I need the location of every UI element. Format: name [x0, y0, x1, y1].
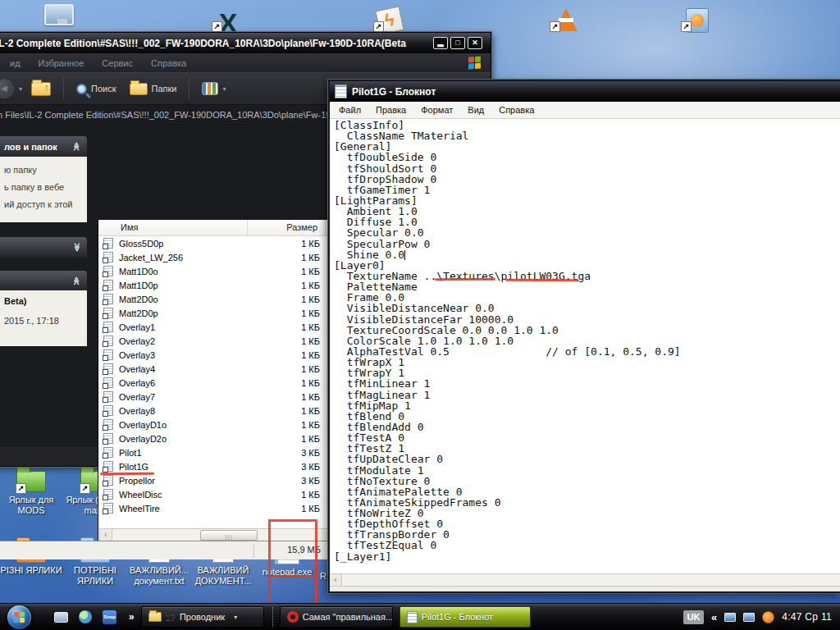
chevron-down-icon[interactable]: ≪: [71, 243, 80, 251]
task-link[interactable]: ь папку в вебе: [4, 182, 84, 192]
file-size: 1 КБ: [276, 322, 330, 332]
file-icon: [103, 475, 113, 486]
back-button[interactable]: ◄: [0, 79, 14, 98]
details-body: Beta) 2015 г., 17:18: [0, 290, 87, 346]
notepad-menubar: ФайлПравкаФорматВидСправка: [330, 102, 840, 119]
start-button[interactable]: [7, 605, 31, 629]
tray-chevron-icon[interactable]: «: [711, 611, 717, 623]
file-icon: [103, 461, 113, 472]
toolbar-separator: [189, 77, 189, 100]
browser-globe-icon[interactable]: [79, 610, 92, 623]
file-row[interactable]: Overlay1 1 КБ: [98, 320, 330, 334]
task-pane-header[interactable]: ≪: [0, 237, 87, 258]
horizontal-scrollbar[interactable]: ‹: [330, 573, 840, 587]
chevron-up-icon[interactable]: ≪: [71, 142, 80, 150]
file-row[interactable]: Pilot1G 3 КБ: [98, 459, 330, 473]
file-row[interactable]: Overlay8 1 КБ: [98, 404, 330, 418]
task-pane-header[interactable]: лов и папок ≪: [0, 136, 87, 157]
show-desktop-icon[interactable]: [54, 612, 68, 623]
opera-icon: [287, 611, 299, 623]
task-link[interactable]: ю папку: [4, 165, 84, 175]
code-line: [Layer0]: [334, 260, 840, 271]
menu-item[interactable]: Формат: [413, 105, 460, 115]
file-row[interactable]: Propellor 3 КБ: [98, 473, 330, 487]
views-button[interactable]: ▾: [198, 80, 230, 98]
snap-icon[interactable]: Snap: [103, 610, 116, 624]
file-row[interactable]: WheelTire 1 КБ: [98, 501, 330, 515]
code-line: AlphaTestVal 0.5 // of [0.1, 0.5, 0.9]: [334, 346, 840, 357]
file-row[interactable]: Overlay4 1 КБ: [98, 362, 330, 376]
file-row[interactable]: WheelDisc 1 КБ: [98, 487, 330, 501]
file-row[interactable]: Overlay3 1 КБ: [98, 348, 330, 362]
quick-launch-chevron-icon[interactable]: »: [129, 611, 135, 623]
code-line: tfBlendAdd 0: [334, 422, 840, 432]
file-row[interactable]: OverlayD1o 1 КБ: [98, 418, 330, 431]
menu-item[interactable]: Справка: [491, 105, 541, 115]
notepad-titlebar[interactable]: Pilot1G - Блокнот: [330, 81, 840, 102]
opera-orange-icon[interactable]: [762, 611, 774, 623]
menu-item[interactable]: Избранное: [30, 58, 94, 68]
desktop-icon[interactable]: Ярлык для MODS: [0, 464, 62, 516]
desktop-icon-winamp[interactable]: ϟ: [373, 2, 406, 34]
menu-item[interactable]: Сервис: [93, 58, 142, 68]
minimize-button[interactable]: ▂: [433, 37, 448, 49]
task-link[interactable]: ий доступ к этой: [4, 199, 84, 209]
file-name: Matt2D0o: [119, 294, 276, 304]
file-row[interactable]: Overlay2 1 КБ: [98, 334, 330, 348]
up-folder-icon: [31, 82, 51, 96]
chevron-up-icon[interactable]: ≪: [71, 276, 80, 285]
code-line: Specular 0.0: [334, 227, 840, 238]
search-button[interactable]: Поиск: [72, 81, 120, 97]
scroll-left-icon[interactable]: ‹: [100, 529, 112, 541]
task-button-notepad[interactable]: Pilot1G - Блокнот: [399, 606, 531, 628]
menu-item[interactable]: Справка: [142, 58, 195, 68]
column-header-name[interactable]: Имя: [98, 220, 248, 236]
close-button[interactable]: ✕: [468, 37, 482, 49]
network-monitor-icon[interactable]: [724, 613, 736, 622]
desktop-icon-display[interactable]: [43, 2, 75, 34]
up-folder-button[interactable]: [27, 80, 55, 98]
file-row[interactable]: Matt2D0p 1 КБ: [98, 306, 330, 320]
scrollbar-thumb[interactable]: |||: [200, 530, 258, 541]
desktop-icon-media-player[interactable]: [681, 2, 714, 34]
search-icon: [76, 84, 87, 94]
file-row[interactable]: Overlay7 1 КБ: [98, 390, 330, 404]
file-row[interactable]: Pilot1 3 КБ: [98, 445, 330, 459]
file-icon: [103, 419, 113, 430]
menu-item[interactable]: Файл: [331, 105, 368, 115]
file-icon: [103, 349, 113, 360]
desktop-icon-x-plugin[interactable]: X: [212, 2, 244, 34]
file-size: 1 КБ: [276, 378, 330, 388]
scroll-left-icon[interactable]: ‹: [330, 574, 342, 586]
file-row[interactable]: Matt1D0p 1 КБ: [98, 278, 330, 292]
task-button-opera[interactable]: Самая "правильная...: [280, 606, 393, 628]
notepad-text-area[interactable]: [ClassInfo] ClassName TMaterial[General]…: [330, 119, 840, 573]
file-row[interactable]: Matt1D0o 1 КБ: [98, 264, 330, 278]
folder-icon: [148, 612, 162, 622]
desktop-icon-vlc[interactable]: [550, 2, 582, 34]
menu-item[interactable]: Вид: [460, 105, 491, 115]
back-dropdown-icon[interactable]: ▾: [19, 85, 22, 93]
file-icon: [103, 433, 113, 444]
file-size: 1 КБ: [276, 434, 330, 444]
code-line: TextureCoordScale 0.0 0.0 1.0 1.0: [334, 325, 840, 336]
explorer-titlebar[interactable]: IL-2 Complete Edition\#SAS\!!!_002_FW-19…: [0, 33, 491, 53]
network-monitor-icon[interactable]: [743, 613, 755, 622]
file-row[interactable]: Overlay6 1 КБ: [98, 376, 330, 390]
language-indicator[interactable]: UK: [683, 610, 704, 624]
menu-item[interactable]: ид: [1, 58, 30, 68]
file-row[interactable]: Gloss5D0p 1 КБ: [98, 236, 330, 250]
maximize-button[interactable]: □: [450, 37, 465, 49]
task-pane-header[interactable]: ≪: [0, 271, 87, 290]
file-name: Overlay3: [119, 350, 276, 360]
file-row[interactable]: Jacket_LW_256 1 КБ: [98, 250, 330, 264]
column-header-size[interactable]: Размер: [248, 220, 326, 236]
menu-item[interactable]: Правка: [368, 105, 413, 115]
taskbar: Snap » 17 Проводник ▾ Самая "правильная.…: [0, 603, 840, 630]
file-row[interactable]: Matt2D0o 1 КБ: [98, 292, 330, 306]
task-pane-body: ю папкуь папку в вебеий доступ к этой: [0, 157, 87, 222]
task-button-explorer-group[interactable]: 17 Проводник ▾: [141, 606, 264, 628]
file-name: WheelTire: [119, 504, 276, 514]
file-row[interactable]: OverlayD2o 1 КБ: [98, 431, 330, 445]
folders-button[interactable]: Папки: [126, 80, 181, 98]
